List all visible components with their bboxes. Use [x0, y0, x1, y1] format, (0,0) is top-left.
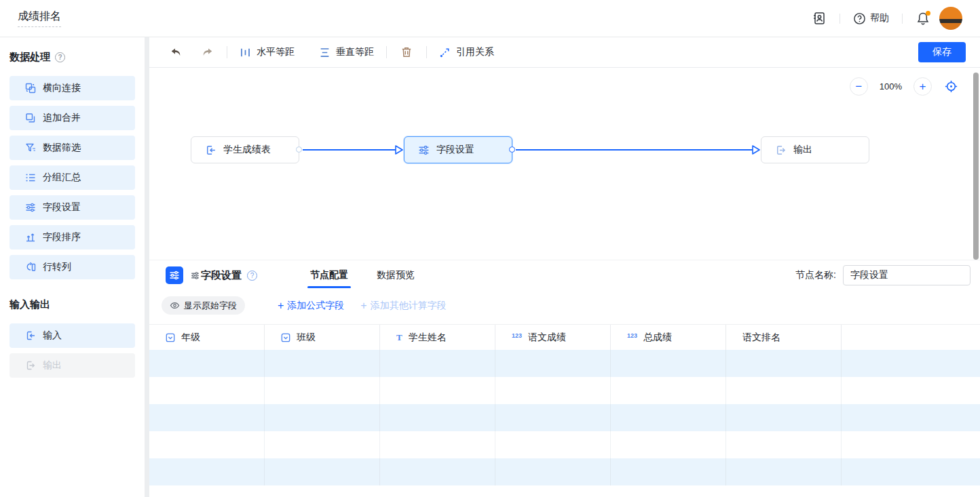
table-cell: [842, 377, 980, 404]
horizontal-spacing-button[interactable]: 水平等距: [240, 46, 295, 58]
table-cell: [842, 404, 980, 431]
delete-button[interactable]: [399, 45, 414, 60]
table-cell: [265, 431, 380, 458]
sidebar-item-group-summary[interactable]: 分组汇总: [10, 165, 135, 190]
sidebar: 数据处理 ? 横向连接 追加合并 数据筛选: [0, 37, 145, 497]
divider: [386, 46, 387, 58]
help-label: 帮助: [870, 12, 889, 24]
sidebar-item-field-sort[interactable]: 字段排序: [10, 225, 135, 250]
table-header: 年级 班级 T 学生姓名 123 语文成绩: [149, 324, 980, 350]
select-field-icon: [281, 333, 290, 342]
table-cell: [495, 458, 611, 485]
notifications-bell-icon[interactable]: [916, 11, 930, 26]
column-header-class[interactable]: 班级: [265, 325, 380, 350]
column-header-chinese-score[interactable]: 123 语文成绩: [495, 325, 611, 350]
reference-relation-button[interactable]: 引用关系: [439, 46, 494, 58]
group-summary-icon: [24, 172, 36, 184]
reference-relation-label: 引用关系: [456, 46, 494, 58]
plus-icon: +: [360, 300, 366, 312]
edge-input-to-fields: [303, 149, 396, 151]
zoom-controls: − 100% +: [850, 77, 958, 96]
topbar-actions: 帮助: [812, 7, 962, 30]
tab-node-config[interactable]: 节点配置: [310, 260, 348, 290]
divider: [227, 46, 227, 58]
number-field-icon: 123: [627, 332, 637, 339]
field-actions-row: 显示原始字段 + 添加公式字段 + 添加其他计算字段: [149, 290, 980, 321]
tab-data-preview[interactable]: 数据预览: [377, 260, 415, 290]
show-original-fields-button[interactable]: 显示原始字段: [162, 296, 245, 315]
table-cell: [265, 404, 380, 431]
address-book-icon[interactable]: [812, 11, 827, 26]
table-row: [149, 377, 980, 404]
help-icon[interactable]: ?: [55, 52, 65, 62]
add-formula-field-button[interactable]: + 添加公式字段: [278, 300, 344, 312]
sidebar-item-horizontal-join[interactable]: 横向连接: [10, 76, 135, 100]
column-header-student-name[interactable]: T 学生姓名: [380, 325, 495, 350]
column-header-grade[interactable]: 年级: [149, 325, 265, 350]
vertical-spacing-button[interactable]: 垂直等距: [319, 46, 374, 58]
save-button[interactable]: 保存: [918, 42, 966, 62]
node-output[interactable]: 输出: [761, 136, 869, 163]
table-cell: [380, 431, 495, 458]
node-label: 学生成绩表: [223, 144, 271, 156]
node-student-score-table[interactable]: 学生成绩表: [191, 136, 299, 163]
vertical-scrollbar[interactable]: [973, 73, 979, 260]
undo-button[interactable]: [168, 45, 183, 60]
help-button[interactable]: 帮助: [853, 12, 889, 25]
sidebar-item-input[interactable]: 输入: [10, 323, 135, 348]
select-field-icon: [166, 333, 175, 342]
sidebar-item-field-settings[interactable]: 字段设置: [10, 195, 135, 220]
sidebar-item-output: 输出: [10, 353, 135, 378]
field-settings-icon: [166, 266, 183, 284]
table-body: [149, 350, 980, 485]
table-cell: [611, 350, 726, 377]
table-cell: [726, 350, 842, 377]
sidebar-item-row-to-column[interactable]: 行转列: [10, 255, 135, 279]
table-cell: [380, 404, 495, 431]
table-cell: [380, 350, 495, 377]
output-port[interactable]: [296, 146, 302, 153]
node-label: 字段设置: [436, 144, 474, 156]
table-cell: [842, 431, 980, 458]
panel-header: 字段设置 ? 节点配置 数据预览 节点名称:: [149, 260, 980, 290]
table-cell: [149, 350, 265, 377]
sidebar-item-data-filter[interactable]: 数据筛选: [10, 136, 135, 160]
flow-canvas[interactable]: − 100% +: [149, 68, 980, 260]
output-port[interactable]: [509, 146, 515, 153]
table-cell: [842, 458, 980, 485]
table-cell: [149, 404, 265, 431]
table-cell: [149, 458, 265, 485]
table-cell: [495, 404, 611, 431]
topbar: 成绩排名 帮助: [0, 0, 980, 37]
zoom-in-button[interactable]: +: [913, 77, 932, 96]
fields-table: 年级 班级 T 学生姓名 123 语文成绩: [149, 324, 980, 485]
table-cell: [726, 404, 842, 431]
table-cell: [726, 458, 842, 485]
table-cell: [265, 350, 380, 377]
table-cell: [265, 458, 380, 485]
column-header-chinese-rank[interactable]: 语文排名: [726, 325, 842, 350]
column-header-total-score[interactable]: 123 总成绩: [611, 325, 726, 350]
node-field-settings[interactable]: 字段设置: [404, 136, 512, 163]
sidebar-item-append-merge[interactable]: 追加合并: [10, 106, 135, 130]
redo-button[interactable]: [200, 45, 214, 60]
table-cell: [495, 350, 611, 377]
row-to-column-icon: [24, 262, 36, 273]
section-title-input-output: 输入输出: [10, 298, 135, 311]
page-title[interactable]: 成绩排名: [18, 9, 61, 27]
zoom-out-button[interactable]: −: [850, 77, 868, 96]
avatar[interactable]: [939, 7, 962, 30]
node-name-input[interactable]: [843, 265, 970, 285]
divider: [840, 14, 840, 24]
help-icon[interactable]: ?: [247, 271, 257, 281]
field-settings-icon: [24, 202, 36, 214]
locate-icon[interactable]: [943, 79, 958, 94]
output-icon: [775, 144, 787, 156]
zoom-level: 100%: [880, 81, 902, 92]
node-name-label: 节点名称:: [795, 269, 836, 281]
add-other-calc-field-button: + 添加其他计算字段: [360, 300, 446, 312]
vertical-spacing-label: 垂直等距: [336, 46, 374, 58]
field-settings-mini-icon: [191, 271, 200, 280]
output-icon: [24, 360, 36, 372]
node-config-panel: 字段设置 ? 节点配置 数据预览 节点名称: 显示原始字段 + 添加公式字: [149, 260, 980, 497]
